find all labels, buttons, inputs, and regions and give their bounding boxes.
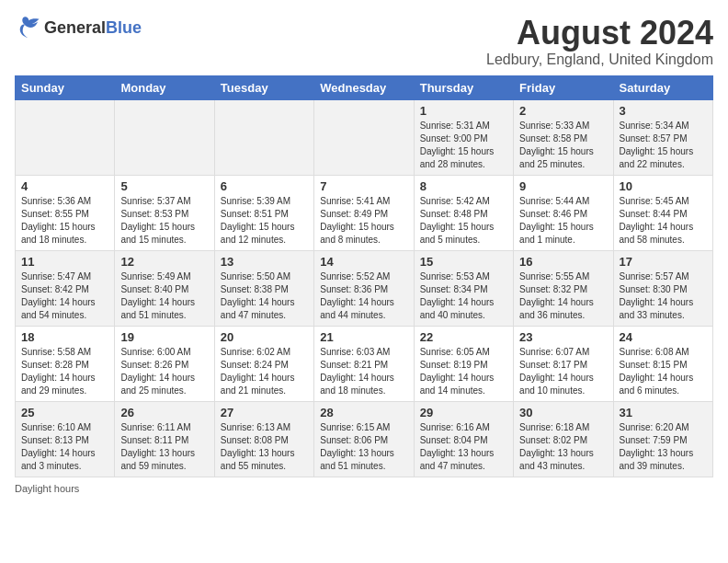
day-number: 18 <box>21 330 108 344</box>
day-number: 22 <box>420 330 507 344</box>
calendar-cell <box>16 99 115 175</box>
day-info: Sunrise: 6:18 AMSunset: 8:02 PMDaylight:… <box>519 422 594 471</box>
day-number: 23 <box>519 330 607 344</box>
day-number: 13 <box>221 255 308 269</box>
calendar-cell: 18Sunrise: 5:58 AMSunset: 8:28 PMDayligh… <box>16 326 115 401</box>
calendar-cell: 15Sunrise: 5:53 AMSunset: 8:34 PMDayligh… <box>414 250 513 326</box>
logo-text: GeneralBlue <box>44 18 142 38</box>
day-number: 17 <box>620 255 707 269</box>
day-number: 27 <box>221 406 308 419</box>
day-info: Sunrise: 5:57 AMSunset: 8:30 PMDaylight:… <box>620 271 694 320</box>
day-number: 9 <box>519 179 607 193</box>
logo-general: General <box>44 18 106 37</box>
day-info: Sunrise: 6:11 AMSunset: 8:11 PMDaylight:… <box>120 422 195 471</box>
calendar-cell: 9Sunrise: 5:44 AMSunset: 8:46 PMDaylight… <box>514 175 613 250</box>
day-number: 3 <box>620 104 707 118</box>
day-number: 2 <box>519 104 607 118</box>
day-number: 28 <box>320 406 407 419</box>
calendar-cell: 12Sunrise: 5:49 AMSunset: 8:40 PMDayligh… <box>115 250 214 326</box>
logo-bird-icon <box>15 15 40 40</box>
calendar-cell: 20Sunrise: 6:02 AMSunset: 8:24 PMDayligh… <box>214 326 313 401</box>
calendar-cell: 26Sunrise: 6:11 AMSunset: 8:11 PMDayligh… <box>115 401 214 477</box>
day-info: Sunrise: 6:03 AMSunset: 8:21 PMDaylight:… <box>320 347 394 396</box>
day-info: Sunrise: 5:47 AMSunset: 8:42 PMDaylight:… <box>21 271 96 320</box>
day-number: 4 <box>21 179 108 193</box>
day-number: 16 <box>519 255 607 269</box>
main-title: August 2024 <box>486 15 713 52</box>
day-number: 10 <box>620 179 707 193</box>
day-info: Sunrise: 5:44 AMSunset: 8:46 PMDaylight:… <box>519 196 594 245</box>
day-info: Sunrise: 6:02 AMSunset: 8:24 PMDaylight:… <box>221 347 295 396</box>
calendar-cell: 31Sunrise: 6:20 AMSunset: 7:59 PMDayligh… <box>613 401 712 477</box>
day-info: Sunrise: 6:00 AMSunset: 8:26 PMDaylight:… <box>120 347 195 396</box>
day-info: Sunrise: 5:33 AMSunset: 8:58 PMDaylight:… <box>519 121 594 169</box>
header-wednesday: Wednesday <box>314 75 414 99</box>
calendar-cell: 1Sunrise: 5:31 AMSunset: 9:00 PMDaylight… <box>414 99 513 175</box>
calendar-header: Sunday Monday Tuesday Wednesday Thursday… <box>16 75 713 99</box>
day-number: 19 <box>120 330 208 344</box>
day-number: 24 <box>620 330 707 344</box>
day-number: 7 <box>320 179 407 193</box>
day-number: 6 <box>221 179 308 193</box>
calendar-cell: 14Sunrise: 5:52 AMSunset: 8:36 PMDayligh… <box>314 250 414 326</box>
day-info: Sunrise: 5:45 AMSunset: 8:44 PMDaylight:… <box>620 196 694 245</box>
day-info: Sunrise: 5:39 AMSunset: 8:51 PMDaylight:… <box>221 196 295 245</box>
day-info: Sunrise: 5:53 AMSunset: 8:34 PMDaylight:… <box>420 271 495 320</box>
day-info: Sunrise: 5:34 AMSunset: 8:57 PMDaylight:… <box>620 121 694 169</box>
calendar-body: 1Sunrise: 5:31 AMSunset: 9:00 PMDaylight… <box>16 99 713 477</box>
calendar-cell: 5Sunrise: 5:37 AMSunset: 8:53 PMDaylight… <box>115 175 214 250</box>
day-info: Sunrise: 5:55 AMSunset: 8:32 PMDaylight:… <box>519 271 594 320</box>
calendar-cell: 7Sunrise: 5:41 AMSunset: 8:49 PMDaylight… <box>314 175 414 250</box>
day-info: Sunrise: 5:49 AMSunset: 8:40 PMDaylight:… <box>120 271 195 320</box>
day-number: 20 <box>221 330 308 344</box>
day-info: Sunrise: 6:13 AMSunset: 8:08 PMDaylight:… <box>221 422 295 471</box>
footer-text: Daylight hours <box>15 483 79 494</box>
day-number: 12 <box>120 255 208 269</box>
day-info: Sunrise: 6:05 AMSunset: 8:19 PMDaylight:… <box>420 347 495 396</box>
footer-note: Daylight hours <box>15 483 713 494</box>
day-number: 1 <box>420 104 507 118</box>
header-tuesday: Tuesday <box>214 75 313 99</box>
calendar-cell: 6Sunrise: 5:39 AMSunset: 8:51 PMDaylight… <box>214 175 313 250</box>
calendar-cell <box>115 99 214 175</box>
day-number: 8 <box>420 179 507 193</box>
title-area: August 2024 Ledbury, England, United Kin… <box>486 15 713 68</box>
calendar-cell: 16Sunrise: 5:55 AMSunset: 8:32 PMDayligh… <box>514 250 613 326</box>
header-saturday: Saturday <box>613 75 712 99</box>
day-info: Sunrise: 5:37 AMSunset: 8:53 PMDaylight:… <box>120 196 195 245</box>
calendar-cell <box>314 99 414 175</box>
calendar-cell: 17Sunrise: 5:57 AMSunset: 8:30 PMDayligh… <box>613 250 712 326</box>
day-number: 14 <box>320 255 407 269</box>
calendar-cell: 8Sunrise: 5:42 AMSunset: 8:48 PMDaylight… <box>414 175 513 250</box>
day-number: 25 <box>21 406 108 419</box>
day-number: 11 <box>21 255 108 269</box>
day-number: 31 <box>620 406 707 419</box>
calendar-cell: 28Sunrise: 6:15 AMSunset: 8:06 PMDayligh… <box>314 401 414 477</box>
day-info: Sunrise: 5:31 AMSunset: 9:00 PMDaylight:… <box>420 121 495 169</box>
calendar-cell: 3Sunrise: 5:34 AMSunset: 8:57 PMDaylight… <box>613 99 712 175</box>
day-number: 5 <box>120 179 208 193</box>
calendar-cell: 30Sunrise: 6:18 AMSunset: 8:02 PMDayligh… <box>514 401 613 477</box>
calendar-cell: 10Sunrise: 5:45 AMSunset: 8:44 PMDayligh… <box>613 175 712 250</box>
logo: GeneralBlue <box>15 15 142 40</box>
day-info: Sunrise: 5:42 AMSunset: 8:48 PMDaylight:… <box>420 196 495 245</box>
day-info: Sunrise: 5:50 AMSunset: 8:38 PMDaylight:… <box>221 271 295 320</box>
day-info: Sunrise: 6:15 AMSunset: 8:06 PMDaylight:… <box>320 422 394 471</box>
day-info: Sunrise: 6:08 AMSunset: 8:15 PMDaylight:… <box>620 347 694 396</box>
day-info: Sunrise: 5:36 AMSunset: 8:55 PMDaylight:… <box>21 196 96 245</box>
calendar-cell: 23Sunrise: 6:07 AMSunset: 8:17 PMDayligh… <box>514 326 613 401</box>
logo-blue: Blue <box>106 18 142 37</box>
header-friday: Friday <box>514 75 613 99</box>
calendar-cell: 21Sunrise: 6:03 AMSunset: 8:21 PMDayligh… <box>314 326 414 401</box>
calendar-table: Sunday Monday Tuesday Wednesday Thursday… <box>15 75 713 477</box>
calendar-cell: 24Sunrise: 6:08 AMSunset: 8:15 PMDayligh… <box>613 326 712 401</box>
day-info: Sunrise: 6:16 AMSunset: 8:04 PMDaylight:… <box>420 422 495 471</box>
calendar-cell: 29Sunrise: 6:16 AMSunset: 8:04 PMDayligh… <box>414 401 513 477</box>
day-number: 15 <box>420 255 507 269</box>
subtitle: Ledbury, England, United Kingdom <box>486 52 713 68</box>
day-info: Sunrise: 6:20 AMSunset: 7:59 PMDaylight:… <box>620 422 694 471</box>
calendar-cell: 19Sunrise: 6:00 AMSunset: 8:26 PMDayligh… <box>115 326 214 401</box>
header-monday: Monday <box>115 75 214 99</box>
calendar-cell: 22Sunrise: 6:05 AMSunset: 8:19 PMDayligh… <box>414 326 513 401</box>
day-number: 29 <box>420 406 507 419</box>
